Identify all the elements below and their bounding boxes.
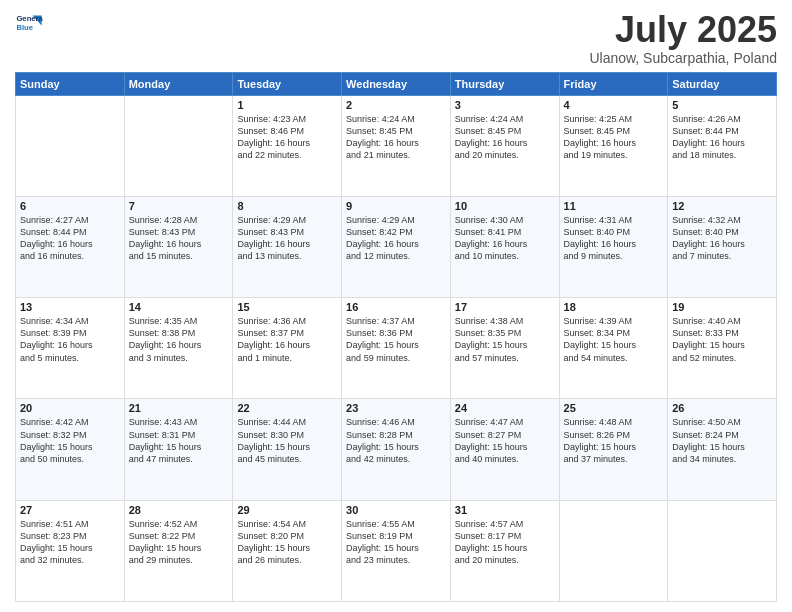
day-number: 13 <box>20 301 120 313</box>
calendar-cell: 13Sunrise: 4:34 AM Sunset: 8:39 PM Dayli… <box>16 298 125 399</box>
day-info: Sunrise: 4:31 AM Sunset: 8:40 PM Dayligh… <box>564 214 664 263</box>
calendar-cell: 30Sunrise: 4:55 AM Sunset: 8:19 PM Dayli… <box>342 500 451 601</box>
day-info: Sunrise: 4:34 AM Sunset: 8:39 PM Dayligh… <box>20 315 120 364</box>
day-info: Sunrise: 4:27 AM Sunset: 8:44 PM Dayligh… <box>20 214 120 263</box>
day-number: 7 <box>129 200 229 212</box>
calendar-cell: 24Sunrise: 4:47 AM Sunset: 8:27 PM Dayli… <box>450 399 559 500</box>
day-number: 2 <box>346 99 446 111</box>
calendar-cell: 7Sunrise: 4:28 AM Sunset: 8:43 PM Daylig… <box>124 196 233 297</box>
col-tuesday: Tuesday <box>233 72 342 95</box>
day-number: 4 <box>564 99 664 111</box>
day-number: 15 <box>237 301 337 313</box>
day-number: 1 <box>237 99 337 111</box>
logo: General Blue <box>15 10 43 38</box>
calendar-cell: 19Sunrise: 4:40 AM Sunset: 8:33 PM Dayli… <box>668 298 777 399</box>
day-number: 31 <box>455 504 555 516</box>
logo-icon: General Blue <box>15 10 43 38</box>
col-thursday: Thursday <box>450 72 559 95</box>
day-number: 26 <box>672 402 772 414</box>
calendar-week-1: 1Sunrise: 4:23 AM Sunset: 8:46 PM Daylig… <box>16 95 777 196</box>
day-number: 23 <box>346 402 446 414</box>
calendar-cell <box>559 500 668 601</box>
calendar-cell: 15Sunrise: 4:36 AM Sunset: 8:37 PM Dayli… <box>233 298 342 399</box>
day-info: Sunrise: 4:39 AM Sunset: 8:34 PM Dayligh… <box>564 315 664 364</box>
calendar-week-3: 13Sunrise: 4:34 AM Sunset: 8:39 PM Dayli… <box>16 298 777 399</box>
calendar-cell <box>16 95 125 196</box>
day-number: 19 <box>672 301 772 313</box>
day-info: Sunrise: 4:51 AM Sunset: 8:23 PM Dayligh… <box>20 518 120 567</box>
calendar-cell: 29Sunrise: 4:54 AM Sunset: 8:20 PM Dayli… <box>233 500 342 601</box>
day-number: 30 <box>346 504 446 516</box>
calendar-cell: 28Sunrise: 4:52 AM Sunset: 8:22 PM Dayli… <box>124 500 233 601</box>
day-number: 28 <box>129 504 229 516</box>
calendar-cell: 1Sunrise: 4:23 AM Sunset: 8:46 PM Daylig… <box>233 95 342 196</box>
day-info: Sunrise: 4:50 AM Sunset: 8:24 PM Dayligh… <box>672 416 772 465</box>
day-info: Sunrise: 4:40 AM Sunset: 8:33 PM Dayligh… <box>672 315 772 364</box>
calendar-cell: 18Sunrise: 4:39 AM Sunset: 8:34 PM Dayli… <box>559 298 668 399</box>
day-info: Sunrise: 4:42 AM Sunset: 8:32 PM Dayligh… <box>20 416 120 465</box>
calendar-cell: 27Sunrise: 4:51 AM Sunset: 8:23 PM Dayli… <box>16 500 125 601</box>
title-month: July 2025 <box>589 10 777 50</box>
day-number: 22 <box>237 402 337 414</box>
calendar-week-4: 20Sunrise: 4:42 AM Sunset: 8:32 PM Dayli… <box>16 399 777 500</box>
day-info: Sunrise: 4:57 AM Sunset: 8:17 PM Dayligh… <box>455 518 555 567</box>
day-info: Sunrise: 4:29 AM Sunset: 8:43 PM Dayligh… <box>237 214 337 263</box>
calendar-cell: 9Sunrise: 4:29 AM Sunset: 8:42 PM Daylig… <box>342 196 451 297</box>
day-number: 21 <box>129 402 229 414</box>
day-info: Sunrise: 4:47 AM Sunset: 8:27 PM Dayligh… <box>455 416 555 465</box>
page: General Blue July 2025 Ulanow, Subcarpat… <box>0 0 792 612</box>
calendar-cell: 14Sunrise: 4:35 AM Sunset: 8:38 PM Dayli… <box>124 298 233 399</box>
day-info: Sunrise: 4:32 AM Sunset: 8:40 PM Dayligh… <box>672 214 772 263</box>
col-friday: Friday <box>559 72 668 95</box>
calendar-cell: 23Sunrise: 4:46 AM Sunset: 8:28 PM Dayli… <box>342 399 451 500</box>
col-monday: Monday <box>124 72 233 95</box>
day-number: 24 <box>455 402 555 414</box>
day-info: Sunrise: 4:35 AM Sunset: 8:38 PM Dayligh… <box>129 315 229 364</box>
calendar-cell: 21Sunrise: 4:43 AM Sunset: 8:31 PM Dayli… <box>124 399 233 500</box>
day-info: Sunrise: 4:36 AM Sunset: 8:37 PM Dayligh… <box>237 315 337 364</box>
svg-text:General: General <box>16 14 43 23</box>
day-number: 20 <box>20 402 120 414</box>
day-info: Sunrise: 4:55 AM Sunset: 8:19 PM Dayligh… <box>346 518 446 567</box>
day-number: 18 <box>564 301 664 313</box>
calendar-cell: 12Sunrise: 4:32 AM Sunset: 8:40 PM Dayli… <box>668 196 777 297</box>
calendar-cell: 17Sunrise: 4:38 AM Sunset: 8:35 PM Dayli… <box>450 298 559 399</box>
day-number: 27 <box>20 504 120 516</box>
calendar-cell: 2Sunrise: 4:24 AM Sunset: 8:45 PM Daylig… <box>342 95 451 196</box>
title-location: Ulanow, Subcarpathia, Poland <box>589 50 777 66</box>
day-number: 25 <box>564 402 664 414</box>
day-number: 10 <box>455 200 555 212</box>
calendar-cell: 20Sunrise: 4:42 AM Sunset: 8:32 PM Dayli… <box>16 399 125 500</box>
col-sunday: Sunday <box>16 72 125 95</box>
day-info: Sunrise: 4:28 AM Sunset: 8:43 PM Dayligh… <box>129 214 229 263</box>
day-number: 17 <box>455 301 555 313</box>
day-number: 16 <box>346 301 446 313</box>
day-number: 6 <box>20 200 120 212</box>
day-number: 29 <box>237 504 337 516</box>
calendar-cell: 31Sunrise: 4:57 AM Sunset: 8:17 PM Dayli… <box>450 500 559 601</box>
day-info: Sunrise: 4:48 AM Sunset: 8:26 PM Dayligh… <box>564 416 664 465</box>
calendar-cell: 3Sunrise: 4:24 AM Sunset: 8:45 PM Daylig… <box>450 95 559 196</box>
day-info: Sunrise: 4:44 AM Sunset: 8:30 PM Dayligh… <box>237 416 337 465</box>
day-number: 12 <box>672 200 772 212</box>
day-number: 14 <box>129 301 229 313</box>
day-info: Sunrise: 4:24 AM Sunset: 8:45 PM Dayligh… <box>455 113 555 162</box>
day-info: Sunrise: 4:24 AM Sunset: 8:45 PM Dayligh… <box>346 113 446 162</box>
day-info: Sunrise: 4:46 AM Sunset: 8:28 PM Dayligh… <box>346 416 446 465</box>
calendar-cell: 16Sunrise: 4:37 AM Sunset: 8:36 PM Dayli… <box>342 298 451 399</box>
day-info: Sunrise: 4:30 AM Sunset: 8:41 PM Dayligh… <box>455 214 555 263</box>
calendar-cell: 11Sunrise: 4:31 AM Sunset: 8:40 PM Dayli… <box>559 196 668 297</box>
calendar-cell: 22Sunrise: 4:44 AM Sunset: 8:30 PM Dayli… <box>233 399 342 500</box>
calendar-cell <box>668 500 777 601</box>
calendar-week-5: 27Sunrise: 4:51 AM Sunset: 8:23 PM Dayli… <box>16 500 777 601</box>
calendar-cell: 26Sunrise: 4:50 AM Sunset: 8:24 PM Dayli… <box>668 399 777 500</box>
day-number: 9 <box>346 200 446 212</box>
col-saturday: Saturday <box>668 72 777 95</box>
calendar-week-2: 6Sunrise: 4:27 AM Sunset: 8:44 PM Daylig… <box>16 196 777 297</box>
day-info: Sunrise: 4:26 AM Sunset: 8:44 PM Dayligh… <box>672 113 772 162</box>
col-wednesday: Wednesday <box>342 72 451 95</box>
svg-text:Blue: Blue <box>16 23 33 32</box>
header: General Blue July 2025 Ulanow, Subcarpat… <box>15 10 777 66</box>
day-info: Sunrise: 4:54 AM Sunset: 8:20 PM Dayligh… <box>237 518 337 567</box>
title-block: July 2025 Ulanow, Subcarpathia, Poland <box>589 10 777 66</box>
